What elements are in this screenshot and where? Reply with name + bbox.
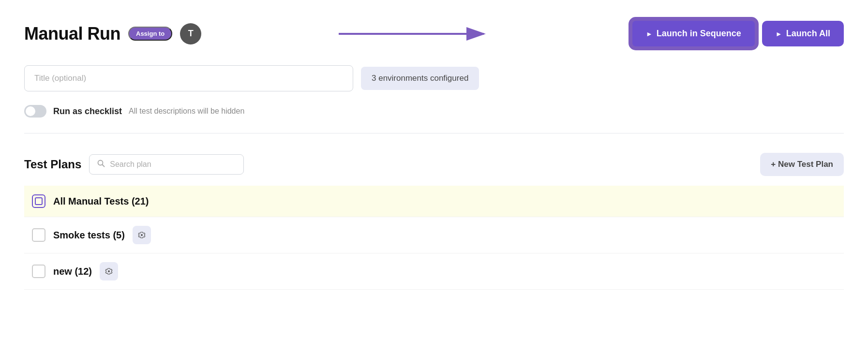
play-icon: ► xyxy=(646,30,653,38)
launch-sequence-label: Launch in Sequence xyxy=(657,29,741,39)
avatar: T xyxy=(180,23,201,44)
test-plan-item-label: Smoke tests (5) xyxy=(53,230,125,241)
gear-icon xyxy=(138,231,146,239)
checklist-row: Run as checklist All test descriptions w… xyxy=(24,105,844,133)
checklist-toggle[interactable] xyxy=(24,105,46,118)
checklist-label: Run as checklist xyxy=(53,106,122,117)
test-plan-item[interactable]: All Manual Tests (21) xyxy=(24,186,844,217)
gear-button[interactable] xyxy=(133,226,151,244)
test-plans-header: Test Plans + New Test Plan xyxy=(24,153,844,176)
launch-all-button[interactable]: ► Launch All xyxy=(762,21,844,46)
title-input[interactable] xyxy=(24,65,353,91)
radio-inner xyxy=(35,197,43,205)
env-badge: 3 environments configured xyxy=(361,67,479,90)
test-plans-title: Test Plans xyxy=(24,158,81,171)
test-plan-list: All Manual Tests (21) Smoke tests (5) ne… xyxy=(24,186,844,290)
launch-in-sequence-button[interactable]: ► Launch in Sequence xyxy=(631,19,756,48)
header-row: Manual Run Assign to T ► Launch in Seque… xyxy=(24,19,844,48)
gear-button[interactable] xyxy=(100,262,118,280)
search-icon xyxy=(97,160,105,169)
header-buttons: ► Launch in Sequence ► Launch All xyxy=(631,19,844,48)
search-input[interactable] xyxy=(110,160,236,169)
gear-icon xyxy=(105,267,113,275)
arrow-decoration xyxy=(209,23,623,44)
search-container xyxy=(89,154,244,175)
new-test-plan-button[interactable]: + New Test Plan xyxy=(760,153,844,176)
play-all-icon: ► xyxy=(776,30,782,38)
test-plan-item-label: All Manual Tests (21) xyxy=(53,196,149,207)
title-row: 3 environments configured xyxy=(24,65,844,91)
page-title: Manual Run xyxy=(24,24,120,44)
assign-to-button[interactable]: Assign to xyxy=(128,27,172,41)
checklist-sublabel: All test descriptions will be hidden xyxy=(129,107,244,116)
launch-all-label: Launch All xyxy=(786,29,830,39)
arrow-icon xyxy=(334,23,498,44)
test-plan-item[interactable]: new (12) xyxy=(24,253,844,290)
checkbox-icon[interactable] xyxy=(32,265,45,278)
checkbox-icon[interactable] xyxy=(32,228,45,242)
radio-selected-icon xyxy=(32,194,45,208)
test-plan-item[interactable]: Smoke tests (5) xyxy=(24,217,844,253)
test-plan-item-label: new (12) xyxy=(53,266,92,277)
svg-line-3 xyxy=(103,165,105,167)
